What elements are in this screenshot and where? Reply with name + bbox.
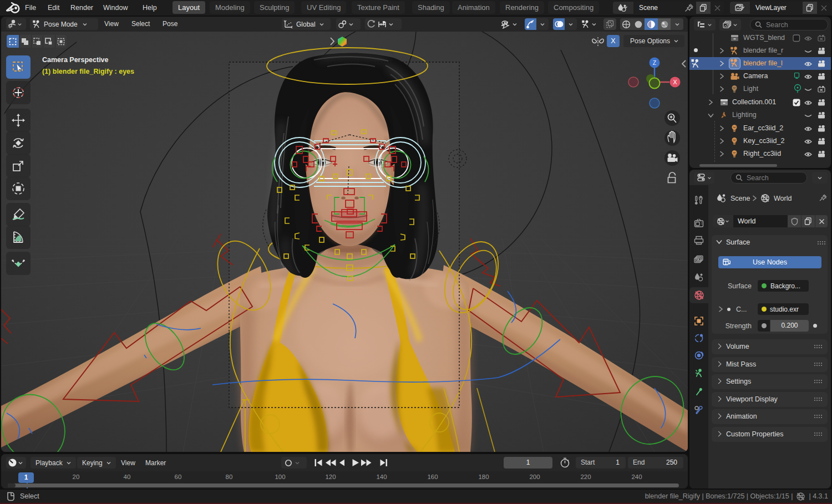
svg-text:Z: Z	[653, 59, 657, 66]
svg-text:X: X	[673, 79, 677, 85]
